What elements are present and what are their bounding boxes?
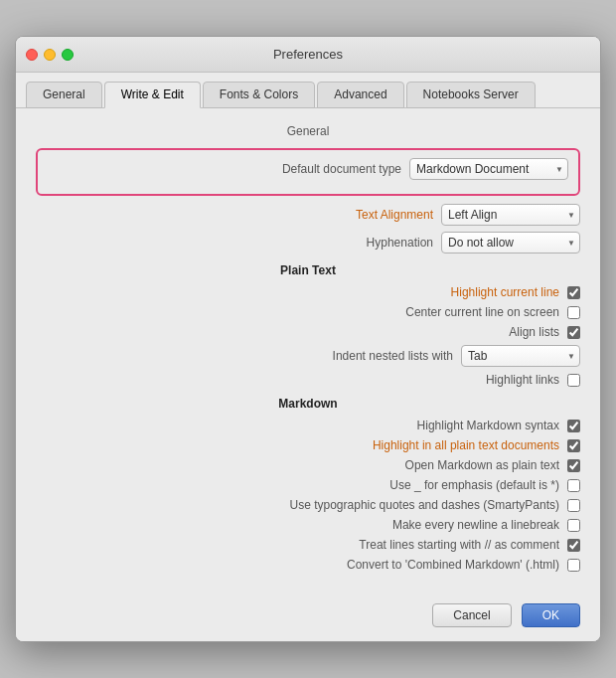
text-alignment-select[interactable]: Left Align Right Align Center Justify <box>441 204 580 226</box>
convert-combined-checkbox[interactable] <box>567 559 580 572</box>
highlight-syntax-row: Highlight Markdown syntax <box>36 419 580 432</box>
minimize-button[interactable] <box>44 49 56 61</box>
default-doc-type-select[interactable]: Markdown Document Plain Text <box>409 158 568 180</box>
highlight-all-plain-checkbox-wrap <box>567 439 580 452</box>
highlight-all-plain-label: Highlight in all plain text documents <box>373 438 559 452</box>
convert-combined-row: Convert to 'Combined Markdown' (.html) <box>36 558 580 572</box>
text-alignment-select-wrap: Left Align Right Align Center Justify <box>441 204 580 226</box>
highlight-links-checkbox-wrap <box>567 374 580 387</box>
text-alignment-row: Text Alignment Left Align Right Align Ce… <box>36 204 580 226</box>
hyphenation-select[interactable]: Do not allow Allow <box>441 232 580 254</box>
center-current-line-row: Center current line on screen <box>36 305 580 319</box>
use-underscore-row: Use _ for emphasis (default is *) <box>36 478 580 492</box>
titlebar-buttons <box>26 49 74 61</box>
tab-general[interactable]: General <box>26 82 102 108</box>
markdown-section-title: Markdown <box>36 397 580 411</box>
center-current-line-checkbox-wrap <box>567 306 580 319</box>
window-title: Preferences <box>273 47 343 62</box>
highlight-links-checkbox[interactable] <box>567 374 580 387</box>
align-lists-checkbox[interactable] <box>567 326 580 339</box>
newline-linebreak-label: Make every newline a linebreak <box>392 518 559 532</box>
indent-nested-select[interactable]: Tab 2 Spaces 4 Spaces <box>461 345 580 367</box>
titlebar: Preferences <box>16 37 600 73</box>
treat-comment-label: Treat lines starting with // as comment <box>359 538 559 552</box>
highlight-links-row: Highlight links <box>36 373 580 387</box>
align-lists-checkbox-wrap <box>567 326 580 339</box>
default-doc-highlight-box: Default document type Markdown Document … <box>36 148 580 196</box>
open-markdown-plain-checkbox[interactable] <box>567 459 580 472</box>
highlight-current-line-row: Highlight current line <box>36 285 580 299</box>
typographic-quotes-checkbox[interactable] <box>567 499 580 512</box>
convert-combined-checkbox-wrap <box>567 559 580 572</box>
tab-notebooks-server[interactable]: Notebooks Server <box>406 82 536 108</box>
footer: Cancel OK <box>16 593 600 641</box>
align-lists-row: Align lists <box>36 325 580 339</box>
preferences-window: Preferences General Write & Edit Fonts &… <box>15 36 601 642</box>
ok-button[interactable]: OK <box>522 603 580 627</box>
highlight-current-line-checkbox-wrap <box>567 286 580 299</box>
use-underscore-label: Use _ for emphasis (default is *) <box>389 478 559 492</box>
hyphenation-row: Hyphenation Do not allow Allow <box>36 232 580 254</box>
tab-fonts-colors[interactable]: Fonts & Colors <box>203 82 315 108</box>
highlight-all-plain-row: Highlight in all plain text documents <box>36 438 580 452</box>
indent-nested-row: Indent nested lists with Tab 2 Spaces 4 … <box>36 345 580 367</box>
open-markdown-plain-row: Open Markdown as plain text <box>36 458 580 472</box>
maximize-button[interactable] <box>62 49 74 61</box>
general-section-title: General <box>36 124 580 138</box>
typographic-quotes-label: Use typographic quotes and dashes (Smart… <box>290 498 559 512</box>
use-underscore-checkbox[interactable] <box>567 479 580 492</box>
open-markdown-plain-checkbox-wrap <box>567 459 580 472</box>
open-markdown-plain-label: Open Markdown as plain text <box>405 458 559 472</box>
convert-combined-label: Convert to 'Combined Markdown' (.html) <box>347 558 559 572</box>
highlight-syntax-checkbox[interactable] <box>567 420 580 432</box>
default-doc-type-label: Default document type <box>282 162 401 176</box>
cancel-button[interactable]: Cancel <box>432 603 511 627</box>
indent-nested-label: Indent nested lists with <box>333 349 453 363</box>
tabs-bar: General Write & Edit Fonts & Colors Adva… <box>16 73 600 108</box>
typographic-quotes-checkbox-wrap <box>567 499 580 512</box>
highlight-current-line-label: Highlight current line <box>451 285 559 299</box>
plain-text-section-title: Plain Text <box>36 263 580 277</box>
highlight-links-label: Highlight links <box>486 373 559 387</box>
align-lists-label: Align lists <box>509 325 559 339</box>
center-current-line-label: Center current line on screen <box>405 305 559 319</box>
close-button[interactable] <box>26 49 38 61</box>
hyphenation-select-wrap: Do not allow Allow <box>441 232 580 254</box>
hyphenation-label: Hyphenation <box>367 236 433 250</box>
newline-linebreak-checkbox-wrap <box>567 519 580 532</box>
newline-linebreak-row: Make every newline a linebreak <box>36 518 580 532</box>
treat-comment-checkbox[interactable] <box>567 539 580 552</box>
default-doc-type-select-wrap: Markdown Document Plain Text <box>409 158 568 180</box>
tab-write-edit[interactable]: Write & Edit <box>104 82 201 108</box>
newline-linebreak-checkbox[interactable] <box>567 519 580 532</box>
highlight-syntax-checkbox-wrap <box>567 420 580 432</box>
highlight-syntax-label: Highlight Markdown syntax <box>417 419 559 432</box>
highlight-all-plain-checkbox[interactable] <box>567 439 580 452</box>
typographic-quotes-row: Use typographic quotes and dashes (Smart… <box>36 498 580 512</box>
tab-advanced[interactable]: Advanced <box>317 82 403 108</box>
default-doc-type-row: Default document type Markdown Document … <box>48 158 568 180</box>
treat-comment-row: Treat lines starting with // as comment <box>36 538 580 552</box>
content-area: General Default document type Markdown D… <box>16 108 600 593</box>
use-underscore-checkbox-wrap <box>567 479 580 492</box>
text-alignment-label: Text Alignment <box>356 208 433 222</box>
indent-nested-select-wrap: Tab 2 Spaces 4 Spaces <box>461 345 580 367</box>
highlight-current-line-checkbox[interactable] <box>567 286 580 299</box>
center-current-line-checkbox[interactable] <box>567 306 580 319</box>
treat-comment-checkbox-wrap <box>567 539 580 552</box>
